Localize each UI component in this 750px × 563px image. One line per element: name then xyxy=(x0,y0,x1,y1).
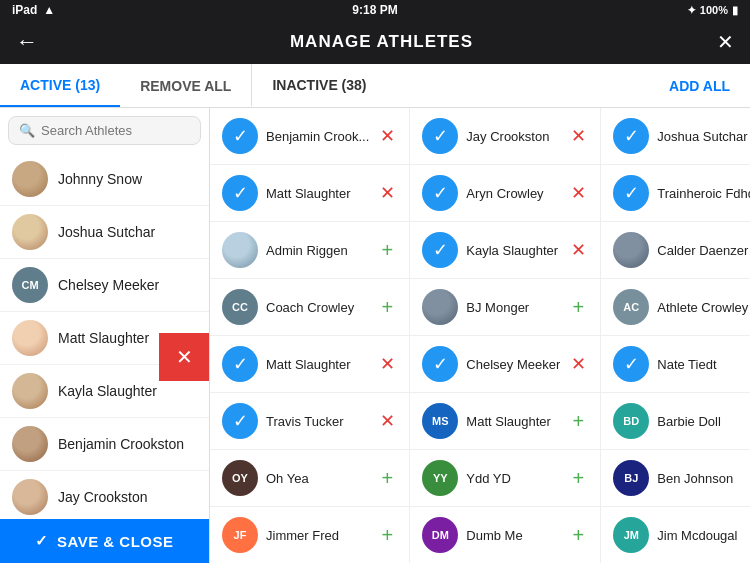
athlete-name-label: Matt Slaughter xyxy=(466,414,560,429)
table-row: JF Jimmer Fred + xyxy=(210,507,410,563)
athlete-name-label: Chelsey Meeker xyxy=(58,277,159,293)
list-item[interactable]: Joshua Sutchar xyxy=(0,206,209,259)
add-button[interactable]: + xyxy=(377,524,397,547)
avatar xyxy=(12,373,48,409)
bluetooth-icon: ✦ xyxy=(687,4,696,17)
athlete-name-label: Ydd YD xyxy=(466,471,560,486)
remove-button[interactable]: ✕ xyxy=(568,182,588,204)
athlete-name-label: Oh Yea xyxy=(266,471,369,486)
table-row: BJ Monger + xyxy=(410,279,601,336)
avatar: CC xyxy=(222,289,258,325)
list-item[interactable]: Johnny Snow xyxy=(0,153,209,206)
table-row: ✓ Jay Crookston ✕ xyxy=(410,108,601,165)
avatar: BD xyxy=(613,403,649,439)
remove-button[interactable]: ✕ xyxy=(377,353,397,375)
athlete-name-label: Trainheroic Fdhq xyxy=(657,186,750,201)
close-button[interactable]: ✕ xyxy=(717,30,734,54)
add-all-button[interactable]: ADD ALL xyxy=(649,78,750,94)
save-close-label: SAVE & CLOSE xyxy=(57,533,174,550)
athlete-name-label: Aryn Crowley xyxy=(466,186,560,201)
table-row: ✓ Kayla Slaughter ✕ xyxy=(410,222,601,279)
inactive-grid: ✓ Benjamin Crook... ✕ ✓ Jay Crookston ✕ … xyxy=(210,108,750,563)
avatar: OY xyxy=(222,460,258,496)
list-item[interactable]: Benjamin Crookston xyxy=(0,418,209,471)
tab-active-action[interactable]: REMOVE ALL xyxy=(120,64,251,107)
table-row: OY Oh Yea + xyxy=(210,450,410,507)
athlete-name-label: Ben Johnson xyxy=(657,471,750,486)
athlete-name-label: Jim Mcdougal xyxy=(657,528,750,543)
avatar xyxy=(12,320,48,356)
avatar: YY xyxy=(422,460,458,496)
athlete-name-label: Calder Daenzer xyxy=(657,243,750,258)
athlete-name-label: Kayla Slaughter xyxy=(466,243,560,258)
avatar: ✓ xyxy=(422,346,458,382)
status-bar: iPad ▲ 9:18 PM ✦ 100% ▮ xyxy=(0,0,750,20)
save-close-button[interactable]: ✓ SAVE & CLOSE xyxy=(0,519,209,563)
table-row: MS Matt Slaughter + xyxy=(410,393,601,450)
table-row: ✓ Aryn Crowley ✕ xyxy=(410,165,601,222)
main-layout: 🔍 Johnny Snow Joshua Sutchar CM Chelsey … xyxy=(0,108,750,563)
tab-bar: ACTIVE (13) REMOVE ALL INACTIVE (38) ADD… xyxy=(0,64,750,108)
add-button[interactable]: + xyxy=(377,239,397,262)
table-row: Admin Riggen + xyxy=(210,222,410,279)
athlete-name-label: Admin Riggen xyxy=(266,243,369,258)
tab-inactive[interactable]: INACTIVE (38) xyxy=(251,64,386,107)
athlete-name-label: BJ Monger xyxy=(466,300,560,315)
search-icon: 🔍 xyxy=(19,123,35,138)
remove-button[interactable]: ✕ xyxy=(568,125,588,147)
remove-button[interactable]: ✕ xyxy=(377,182,397,204)
athlete-name-label: Kayla Slaughter xyxy=(58,383,157,399)
athlete-name-label: Benjamin Crookston xyxy=(58,436,184,452)
athlete-name-label: Chelsey Meeker xyxy=(466,357,560,372)
avatar: CM xyxy=(12,267,48,303)
battery-icon: ▮ xyxy=(732,4,738,17)
avatar: ✓ xyxy=(613,346,649,382)
table-row: BJ Ben Johnson + xyxy=(601,450,750,507)
remove-button[interactable]: ✕ xyxy=(568,353,588,375)
add-button[interactable]: + xyxy=(377,296,397,319)
athlete-name-label: Matt Slaughter xyxy=(266,186,369,201)
search-input[interactable] xyxy=(41,123,190,138)
add-button[interactable]: + xyxy=(377,467,397,490)
list-item[interactable]: CM Chelsey Meeker xyxy=(0,259,209,312)
add-button[interactable]: + xyxy=(568,524,588,547)
athlete-name-label: Athlete Crowley xyxy=(657,300,750,315)
avatar xyxy=(422,289,458,325)
avatar: ✓ xyxy=(222,346,258,382)
athlete-name-label: Johnny Snow xyxy=(58,171,142,187)
delete-overlay-button[interactable]: ✕ xyxy=(159,333,209,381)
table-row: CC Coach Crowley + xyxy=(210,279,410,336)
search-box[interactable]: 🔍 xyxy=(8,116,201,145)
table-row: ✓ Trainheroic Fdhq ✕ xyxy=(601,165,750,222)
avatar: ✓ xyxy=(222,403,258,439)
add-button[interactable]: + xyxy=(568,296,588,319)
delete-icon: ✕ xyxy=(176,345,193,369)
athlete-name-label: Jimmer Fred xyxy=(266,528,369,543)
table-row: BD Barbie Doll + xyxy=(601,393,750,450)
athlete-name-label: Joshua Sutchar xyxy=(58,224,155,240)
table-row: ✓ Benjamin Crook... ✕ xyxy=(210,108,410,165)
back-button[interactable]: ← xyxy=(16,29,46,55)
add-button[interactable]: + xyxy=(568,467,588,490)
wifi-icon: ▲ xyxy=(43,3,55,17)
athlete-name-label: Nate Tiedt xyxy=(657,357,750,372)
avatar xyxy=(12,214,48,250)
avatar: BJ xyxy=(613,460,649,496)
tab-active[interactable]: ACTIVE (13) xyxy=(0,64,120,107)
avatar: JM xyxy=(613,517,649,553)
table-row: DM Dumb Me + xyxy=(410,507,601,563)
remove-button[interactable]: ✕ xyxy=(377,410,397,432)
remove-button[interactable]: ✕ xyxy=(377,125,397,147)
table-row: JM Jim Mcdougal + xyxy=(601,507,750,563)
list-item[interactable]: Jay Crookston xyxy=(0,471,209,519)
avatar xyxy=(12,426,48,462)
add-button[interactable]: + xyxy=(568,410,588,433)
avatar: ✓ xyxy=(422,118,458,154)
avatar xyxy=(12,161,48,197)
avatar: ✓ xyxy=(422,232,458,268)
table-row: YY Ydd YD + xyxy=(410,450,601,507)
remove-button[interactable]: ✕ xyxy=(568,239,588,261)
avatar: ✓ xyxy=(422,175,458,211)
avatar: ✓ xyxy=(613,175,649,211)
right-panel: ✓ Benjamin Crook... ✕ ✓ Jay Crookston ✕ … xyxy=(210,108,750,563)
